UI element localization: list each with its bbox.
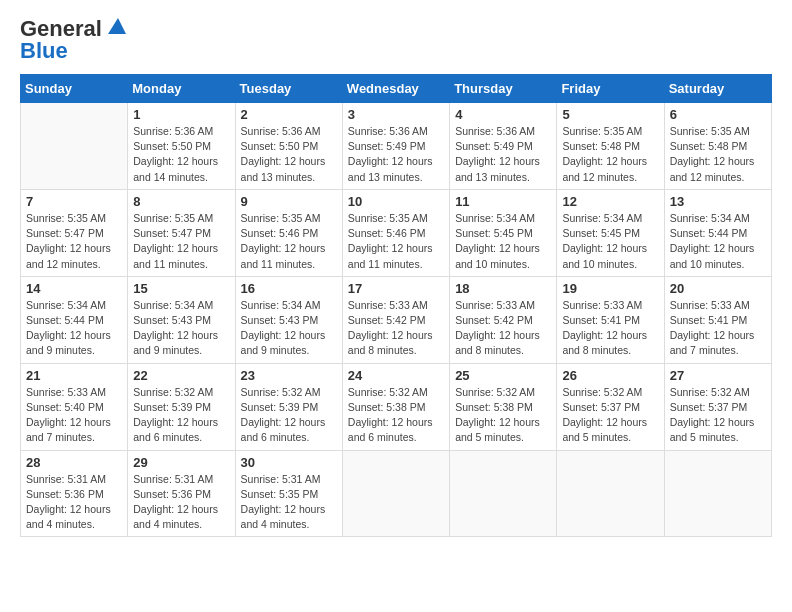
calendar-header-friday: Friday [557, 75, 664, 103]
day-number: 30 [241, 455, 337, 470]
day-info: Sunrise: 5:33 AM Sunset: 5:42 PM Dayligh… [455, 298, 551, 359]
calendar-cell: 23Sunrise: 5:32 AM Sunset: 5:39 PM Dayli… [235, 363, 342, 450]
calendar-header-tuesday: Tuesday [235, 75, 342, 103]
day-number: 24 [348, 368, 444, 383]
day-info: Sunrise: 5:33 AM Sunset: 5:41 PM Dayligh… [562, 298, 658, 359]
day-info: Sunrise: 5:32 AM Sunset: 5:38 PM Dayligh… [348, 385, 444, 446]
calendar-cell: 13Sunrise: 5:34 AM Sunset: 5:44 PM Dayli… [664, 189, 771, 276]
day-info: Sunrise: 5:34 AM Sunset: 5:44 PM Dayligh… [670, 211, 766, 272]
calendar-cell [664, 450, 771, 537]
logo-icon [104, 16, 126, 38]
day-number: 22 [133, 368, 229, 383]
calendar-header-wednesday: Wednesday [342, 75, 449, 103]
day-number: 3 [348, 107, 444, 122]
calendar-table: SundayMondayTuesdayWednesdayThursdayFrid… [20, 74, 772, 537]
calendar-cell: 22Sunrise: 5:32 AM Sunset: 5:39 PM Dayli… [128, 363, 235, 450]
calendar-header-saturday: Saturday [664, 75, 771, 103]
day-info: Sunrise: 5:31 AM Sunset: 5:35 PM Dayligh… [241, 472, 337, 533]
day-info: Sunrise: 5:32 AM Sunset: 5:39 PM Dayligh… [133, 385, 229, 446]
day-info: Sunrise: 5:36 AM Sunset: 5:50 PM Dayligh… [241, 124, 337, 185]
calendar-week-2: 7Sunrise: 5:35 AM Sunset: 5:47 PM Daylig… [21, 189, 772, 276]
calendar-cell: 29Sunrise: 5:31 AM Sunset: 5:36 PM Dayli… [128, 450, 235, 537]
day-number: 18 [455, 281, 551, 296]
calendar-cell: 16Sunrise: 5:34 AM Sunset: 5:43 PM Dayli… [235, 276, 342, 363]
calendar-cell: 12Sunrise: 5:34 AM Sunset: 5:45 PM Dayli… [557, 189, 664, 276]
calendar-cell: 6Sunrise: 5:35 AM Sunset: 5:48 PM Daylig… [664, 103, 771, 190]
calendar-cell: 5Sunrise: 5:35 AM Sunset: 5:48 PM Daylig… [557, 103, 664, 190]
day-info: Sunrise: 5:35 AM Sunset: 5:48 PM Dayligh… [562, 124, 658, 185]
calendar-cell: 28Sunrise: 5:31 AM Sunset: 5:36 PM Dayli… [21, 450, 128, 537]
calendar-cell: 20Sunrise: 5:33 AM Sunset: 5:41 PM Dayli… [664, 276, 771, 363]
svg-marker-0 [108, 18, 126, 34]
day-info: Sunrise: 5:33 AM Sunset: 5:40 PM Dayligh… [26, 385, 122, 446]
logo: General Blue [20, 16, 126, 64]
day-number: 6 [670, 107, 766, 122]
calendar-cell: 4Sunrise: 5:36 AM Sunset: 5:49 PM Daylig… [450, 103, 557, 190]
calendar-cell: 2Sunrise: 5:36 AM Sunset: 5:50 PM Daylig… [235, 103, 342, 190]
calendar-cell: 26Sunrise: 5:32 AM Sunset: 5:37 PM Dayli… [557, 363, 664, 450]
calendar-cell: 14Sunrise: 5:34 AM Sunset: 5:44 PM Dayli… [21, 276, 128, 363]
calendar-cell: 17Sunrise: 5:33 AM Sunset: 5:42 PM Dayli… [342, 276, 449, 363]
calendar-cell: 11Sunrise: 5:34 AM Sunset: 5:45 PM Dayli… [450, 189, 557, 276]
day-info: Sunrise: 5:31 AM Sunset: 5:36 PM Dayligh… [133, 472, 229, 533]
calendar-week-4: 21Sunrise: 5:33 AM Sunset: 5:40 PM Dayli… [21, 363, 772, 450]
day-info: Sunrise: 5:35 AM Sunset: 5:47 PM Dayligh… [133, 211, 229, 272]
day-info: Sunrise: 5:34 AM Sunset: 5:45 PM Dayligh… [562, 211, 658, 272]
day-number: 15 [133, 281, 229, 296]
calendar-cell: 8Sunrise: 5:35 AM Sunset: 5:47 PM Daylig… [128, 189, 235, 276]
calendar-header-sunday: Sunday [21, 75, 128, 103]
calendar-cell: 1Sunrise: 5:36 AM Sunset: 5:50 PM Daylig… [128, 103, 235, 190]
day-number: 12 [562, 194, 658, 209]
calendar-cell: 25Sunrise: 5:32 AM Sunset: 5:38 PM Dayli… [450, 363, 557, 450]
day-number: 17 [348, 281, 444, 296]
calendar-cell: 18Sunrise: 5:33 AM Sunset: 5:42 PM Dayli… [450, 276, 557, 363]
day-info: Sunrise: 5:34 AM Sunset: 5:45 PM Dayligh… [455, 211, 551, 272]
day-info: Sunrise: 5:35 AM Sunset: 5:46 PM Dayligh… [241, 211, 337, 272]
day-number: 11 [455, 194, 551, 209]
calendar-header-thursday: Thursday [450, 75, 557, 103]
day-number: 26 [562, 368, 658, 383]
day-number: 27 [670, 368, 766, 383]
day-number: 14 [26, 281, 122, 296]
day-info: Sunrise: 5:36 AM Sunset: 5:50 PM Dayligh… [133, 124, 229, 185]
calendar-cell [450, 450, 557, 537]
calendar-cell: 30Sunrise: 5:31 AM Sunset: 5:35 PM Dayli… [235, 450, 342, 537]
logo-blue: Blue [20, 38, 68, 64]
day-info: Sunrise: 5:33 AM Sunset: 5:41 PM Dayligh… [670, 298, 766, 359]
page-header: General Blue [20, 16, 772, 64]
day-number: 1 [133, 107, 229, 122]
calendar-cell: 9Sunrise: 5:35 AM Sunset: 5:46 PM Daylig… [235, 189, 342, 276]
calendar-cell: 7Sunrise: 5:35 AM Sunset: 5:47 PM Daylig… [21, 189, 128, 276]
day-number: 16 [241, 281, 337, 296]
day-info: Sunrise: 5:32 AM Sunset: 5:37 PM Dayligh… [562, 385, 658, 446]
calendar-cell [557, 450, 664, 537]
calendar-week-3: 14Sunrise: 5:34 AM Sunset: 5:44 PM Dayli… [21, 276, 772, 363]
day-info: Sunrise: 5:35 AM Sunset: 5:46 PM Dayligh… [348, 211, 444, 272]
day-info: Sunrise: 5:34 AM Sunset: 5:44 PM Dayligh… [26, 298, 122, 359]
day-number: 10 [348, 194, 444, 209]
day-number: 2 [241, 107, 337, 122]
calendar-cell: 27Sunrise: 5:32 AM Sunset: 5:37 PM Dayli… [664, 363, 771, 450]
calendar-cell: 10Sunrise: 5:35 AM Sunset: 5:46 PM Dayli… [342, 189, 449, 276]
day-number: 21 [26, 368, 122, 383]
day-info: Sunrise: 5:35 AM Sunset: 5:48 PM Dayligh… [670, 124, 766, 185]
day-number: 25 [455, 368, 551, 383]
calendar-cell: 19Sunrise: 5:33 AM Sunset: 5:41 PM Dayli… [557, 276, 664, 363]
day-number: 4 [455, 107, 551, 122]
day-info: Sunrise: 5:36 AM Sunset: 5:49 PM Dayligh… [348, 124, 444, 185]
calendar-cell [21, 103, 128, 190]
calendar-cell: 3Sunrise: 5:36 AM Sunset: 5:49 PM Daylig… [342, 103, 449, 190]
calendar-week-1: 1Sunrise: 5:36 AM Sunset: 5:50 PM Daylig… [21, 103, 772, 190]
day-number: 28 [26, 455, 122, 470]
day-info: Sunrise: 5:31 AM Sunset: 5:36 PM Dayligh… [26, 472, 122, 533]
day-info: Sunrise: 5:35 AM Sunset: 5:47 PM Dayligh… [26, 211, 122, 272]
day-info: Sunrise: 5:34 AM Sunset: 5:43 PM Dayligh… [241, 298, 337, 359]
calendar-week-5: 28Sunrise: 5:31 AM Sunset: 5:36 PM Dayli… [21, 450, 772, 537]
day-info: Sunrise: 5:32 AM Sunset: 5:37 PM Dayligh… [670, 385, 766, 446]
day-info: Sunrise: 5:32 AM Sunset: 5:39 PM Dayligh… [241, 385, 337, 446]
day-info: Sunrise: 5:33 AM Sunset: 5:42 PM Dayligh… [348, 298, 444, 359]
day-number: 9 [241, 194, 337, 209]
day-number: 29 [133, 455, 229, 470]
day-info: Sunrise: 5:32 AM Sunset: 5:38 PM Dayligh… [455, 385, 551, 446]
calendar-cell: 24Sunrise: 5:32 AM Sunset: 5:38 PM Dayli… [342, 363, 449, 450]
